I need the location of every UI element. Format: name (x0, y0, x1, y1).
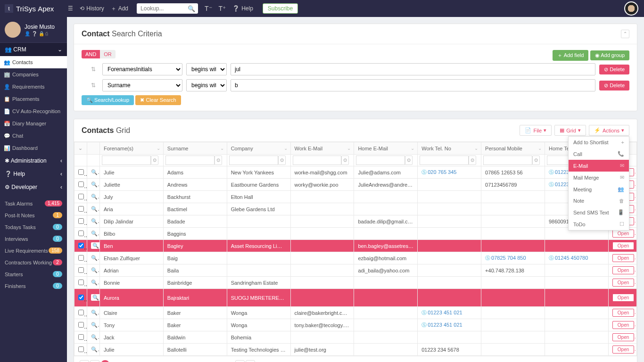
table-row[interactable]: 🔍JackBaldwinBohemiaOpen (74, 331, 637, 344)
alert-finishers[interactable]: Finishers0 (0, 280, 67, 292)
menu-item-note[interactable]: Note🗑 (569, 195, 629, 206)
pager-first[interactable]: ⇤ (80, 360, 89, 362)
menu-item-send-sms-text[interactable]: Send SMS Text📱 (569, 206, 629, 218)
row-magnify-icon[interactable]: 🔍 (91, 310, 99, 315)
field-select[interactable]: Surname (102, 79, 182, 91)
table-row[interactable]: 🔍Ehsan ZulfiquerBaigezbaig@hotmail.comⓈ0… (74, 252, 637, 264)
row-magnify-icon[interactable]: 🔍 (91, 294, 99, 301)
filter-icon[interactable]: ⊙ (278, 156, 286, 165)
or-tab[interactable]: OR (100, 50, 116, 58)
table-row[interactable]: 🔍JulietteAndrewsEastbourne Gardensworky@… (74, 179, 637, 191)
pager-next[interactable]: › (235, 360, 245, 362)
delete-criteria-button[interactable]: ⊘ Delete (599, 65, 629, 74)
sidebar-item-contacts[interactable]: 👥Contacts (0, 56, 67, 68)
alert-starters[interactable]: Starters0 (0, 268, 67, 280)
table-row[interactable]: 🔍JulieAdamsNew York Yankeesworke-mail@sh… (74, 166, 637, 179)
pager-page[interactable]: 2 (111, 360, 120, 362)
table-row[interactable]: 🔍TonyBakerWongatony.baker@tecology.co.uk… (74, 319, 637, 331)
row-magnify-icon[interactable]: 🔍 (91, 322, 99, 328)
col-header[interactable]: Personal Mobile⌄ (481, 142, 545, 155)
user-avatar[interactable] (624, 1, 638, 16)
table-row[interactable]: 🔍BilboBagginsOpen (74, 228, 637, 240)
menu-item-call[interactable]: Call📞 (569, 148, 629, 160)
sidebar-item-requirements[interactable]: 👤Requirements (0, 81, 67, 93)
row-checkbox[interactable] (78, 267, 84, 273)
row-checkbox[interactable] (78, 295, 84, 300)
pager-page[interactable]: 7 (163, 360, 172, 362)
pager-page[interactable]: 11 (204, 360, 214, 362)
search-icon[interactable]: 🔍 (188, 5, 195, 12)
row-magnify-icon[interactable]: 🔍 (91, 169, 99, 175)
open-row-button[interactable]: Open (612, 346, 634, 354)
row-magnify-icon[interactable]: 🔍 (91, 242, 99, 249)
table-row[interactable]: 🔍JulieBallotelliTesting Technologies Cor… (74, 344, 637, 356)
collapse-button[interactable]: ⌃ (621, 30, 629, 38)
delete-criteria-button[interactable]: ⊘ Delete (599, 81, 629, 90)
pager-page[interactable]: 9 (183, 360, 193, 362)
clear-search-button[interactable]: ✖ Clear Search (135, 95, 181, 105)
row-checkbox[interactable] (78, 322, 84, 328)
column-filter-input[interactable] (483, 156, 532, 165)
open-row-button[interactable]: Open (612, 266, 634, 274)
row-magnify-icon[interactable]: 🔍 (91, 206, 99, 212)
alert-post-it-notes[interactable]: Post-It Notes1 (0, 209, 67, 221)
pager-page[interactable]: 8 (173, 360, 182, 362)
help-button[interactable]: ❔ Help (232, 5, 253, 12)
alert-todays-tasks[interactable]: Todays Tasks0 (0, 221, 67, 233)
table-row[interactable]: 🔍BonnieBainbridgeSandringham EstateOpen (74, 277, 637, 289)
nav-developer[interactable]: ⚙ Developer‹ (0, 181, 67, 194)
row-checkbox[interactable] (78, 255, 84, 261)
table-row[interactable]: 🔍ClaireBakerWongaclaire@bakerbright.co.u… (74, 307, 637, 319)
table-row[interactable]: 🔍AriaBactimelGlebe Gardens LtdOpen (74, 203, 637, 215)
col-header[interactable]: Forename(s)⌄ (99, 142, 163, 155)
pager-last[interactable]: ⇥ (246, 360, 255, 362)
column-filter-input[interactable] (229, 156, 278, 165)
open-row-button[interactable]: Open (612, 279, 634, 287)
table-row[interactable]: 🔍AuroraBajraktariSUOGJ MBRETERESHA GERAL… (74, 289, 637, 307)
filter-icon[interactable]: ⊙ (341, 156, 349, 165)
row-magnify-icon[interactable]: 🔍 (91, 194, 99, 199)
row-checkbox[interactable] (78, 218, 84, 224)
history-button[interactable]: ⟲ History (80, 5, 104, 12)
table-row[interactable]: 🔍Dilip JalindarBadadebadade.dilip@gmail.… (74, 215, 637, 228)
menu-item-todo[interactable]: ToDo☐ (569, 218, 629, 230)
column-filter-input[interactable] (165, 156, 215, 165)
column-filter-input[interactable] (293, 156, 342, 165)
alert-interviews[interactable]: Interviews0 (0, 233, 67, 245)
add-button[interactable]: ＋ Add (111, 5, 128, 13)
add-field-button[interactable]: ＋ Add field (553, 50, 588, 61)
open-row-button[interactable]: Open (612, 254, 634, 262)
col-header[interactable]: Work E-Mail⌄ (290, 142, 354, 155)
col-header[interactable]: Surname⌄ (163, 142, 227, 155)
col-header[interactable]: Work Tel. No⌄ (418, 142, 481, 155)
font-inc-button[interactable]: T⁺ (219, 5, 226, 12)
drag-handle-icon[interactable]: ⇅ (88, 82, 99, 89)
alert-task-alarms[interactable]: Task Alarms1,415 (0, 197, 67, 209)
col-header[interactable]: Home E-Mail⌄ (354, 142, 418, 155)
sidebar-item-chat[interactable]: 💬Chat (0, 130, 67, 142)
open-row-button[interactable]: Open (612, 230, 634, 238)
operator-select[interactable]: begins with (186, 63, 227, 75)
row-checkbox[interactable] (78, 334, 84, 340)
row-magnify-icon[interactable]: 🔍 (91, 334, 99, 340)
hamburger-icon[interactable]: ☰ (68, 5, 73, 12)
field-select[interactable]: ForenamesInitials (102, 63, 182, 75)
sidebar-item-placements[interactable]: 📋Placements (0, 93, 67, 105)
menu-item-add-to-shortlist[interactable]: Add to Shortlist+ (569, 137, 629, 148)
nav-admin[interactable]: ✱ Administration‹ (0, 154, 67, 167)
font-dec-button[interactable]: T⁻ (205, 5, 212, 12)
filter-icon[interactable]: ⊙ (469, 156, 476, 165)
row-checkbox[interactable] (78, 310, 84, 315)
and-or-toggle[interactable]: AND OR (82, 50, 116, 58)
row-checkbox[interactable] (78, 206, 84, 212)
filter-icon[interactable]: ⊙ (532, 156, 540, 165)
col-header[interactable] (87, 142, 99, 155)
grid-menu-button[interactable]: ▦ Grid ▾ (554, 125, 586, 136)
col-header[interactable]: ⌄ (74, 142, 87, 155)
open-row-button[interactable]: Open (612, 321, 634, 329)
nav-crm-header[interactable]: 👥 CRM ⌄ (0, 43, 67, 56)
filter-icon[interactable]: ⊙ (151, 156, 158, 165)
alert-live-requirements[interactable]: Live Requirements158 (0, 245, 67, 256)
file-menu-button[interactable]: 📄 File ▾ (520, 125, 552, 136)
row-magnify-icon[interactable]: 🔍 (91, 181, 99, 187)
